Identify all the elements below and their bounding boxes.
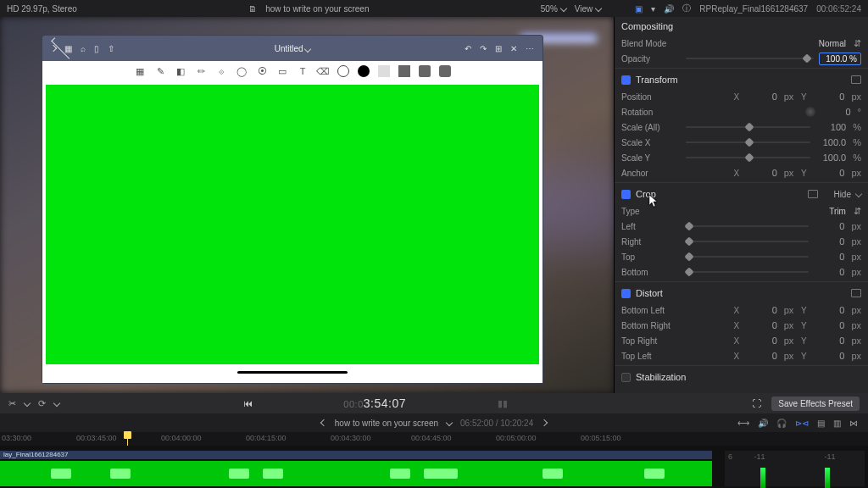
scale-x-row[interactable]: Scale X100.0% — [621, 135, 861, 150]
timeline-tracks[interactable]: lay_Final1661284637 -11-11 6 — [0, 446, 868, 488]
tool-pen-icon[interactable]: ✎ — [154, 65, 166, 77]
crop-right-row[interactable]: Right0px — [621, 234, 861, 249]
distort-header[interactable]: Distort — [621, 284, 861, 302]
view-dropdown[interactable]: View — [575, 4, 602, 14]
opacity-field[interactable]: 100.0 % — [819, 53, 861, 65]
redo-icon[interactable]: ↷ — [480, 44, 487, 53]
crop-top-row[interactable]: Top0px — [621, 249, 861, 264]
clip-name: RPReplay_Final1661284637 — [699, 4, 808, 14]
ruler-tick: 00:05:15:00 — [581, 434, 621, 442]
search-icon[interactable]: ⌕ — [81, 44, 86, 53]
hide-button[interactable]: Hide — [833, 190, 851, 199]
crop-left-row[interactable]: Left0px — [621, 219, 861, 234]
tool-grid-icon[interactable]: ▦ — [134, 65, 146, 77]
stroke-thin-icon[interactable] — [398, 65, 410, 77]
ruler-tick: 00:05:00:00 — [496, 434, 537, 442]
notes-app-window: ▦ ⌕ ▯ ⇧ Untitled ↶ ↷ ⊞ ✕ ⋯ ▦ ✎ ◧ ✏ — [42, 36, 542, 383]
share-icon[interactable]: ⇧ — [108, 44, 114, 53]
doc-icon: 🗎 — [248, 4, 257, 14]
solo-icon[interactable]: 🎧 — [776, 419, 787, 428]
crop-header[interactable]: Crop Hide — [621, 185, 861, 203]
stabilization-header[interactable]: Stabilization — [621, 368, 861, 386]
scale-y-row[interactable]: Scale Y100.0% — [621, 150, 861, 165]
inspector-tab-color[interactable]: ▾ — [651, 4, 655, 14]
timeline-next-icon[interactable] — [541, 419, 548, 426]
stroke-med-icon[interactable] — [419, 65, 431, 77]
effects-icon[interactable]: ▥ — [833, 419, 841, 428]
close-icon[interactable]: ✕ — [510, 44, 517, 53]
inspector-tab-info[interactable]: ⓘ — [682, 3, 691, 14]
tools-icon[interactable]: ✂︎ — [8, 398, 16, 409]
timeline-duration: 06:52:00 / 10:20:24 — [460, 419, 533, 428]
tool-lasso-icon[interactable]: ◯ — [236, 65, 248, 77]
tool-pencil-icon[interactable]: ✏ — [195, 65, 207, 77]
rotation-row[interactable]: Rotation0° — [621, 104, 861, 119]
notes-footer — [42, 368, 542, 383]
primary-storyline-clip[interactable] — [0, 461, 712, 486]
menu-icon[interactable]: ⋯ — [526, 44, 534, 53]
distort-reset-icon[interactable] — [851, 289, 861, 297]
inspector-panel: Compositing Blend Mode Normal ⇵ Opacity … — [614, 17, 868, 393]
tool-select-icon[interactable]: ⦿ — [256, 65, 268, 77]
retime-icon[interactable]: ⟳ — [38, 398, 46, 409]
ruler-tick: 00:03:45:00 — [76, 434, 117, 442]
project-title: how to write on your screen — [265, 4, 369, 14]
crop-bottom-row[interactable]: Bottom0px — [621, 264, 861, 280]
position-row[interactable]: PositionX0pxY0px — [621, 89, 861, 104]
tool-shape-icon[interactable]: ⟐ — [215, 65, 227, 77]
distort-tr-row[interactable]: Top RightX0pxY0px — [621, 333, 861, 348]
ruler-tick: 00:04:45:00 — [411, 434, 452, 442]
crop-type-row[interactable]: TypeTrim ⇵ — [621, 203, 861, 219]
tool-link-icon[interactable]: ⌫ — [317, 65, 329, 77]
transitions-icon[interactable]: ⋈ — [849, 419, 858, 428]
timeline-title[interactable]: how to write on your screen — [335, 419, 438, 428]
toolbar-divider — [378, 65, 390, 77]
format-label: HD 29.97p, Stereo — [7, 4, 77, 14]
notes-toolbar: ▦ ✎ ◧ ✏ ⟐ ◯ ⦿ ▭ T ⌫ — [42, 61, 542, 81]
rotation-dial-icon[interactable] — [805, 107, 815, 117]
notes-app-titlebar: ▦ ⌕ ▯ ⇧ Untitled ↶ ↷ ⊞ ✕ ⋯ — [42, 36, 542, 61]
color-black-icon[interactable] — [358, 65, 370, 77]
reset-icon[interactable] — [851, 75, 861, 84]
timeline-header: how to write on your screen 06:52:00 / 1… — [0, 413, 868, 432]
audio-meters: -11-11 6 — [725, 451, 865, 486]
viewer-timecode: 00:03:54:07 — [263, 396, 487, 410]
tool-text-icon[interactable]: T — [297, 65, 309, 77]
top-info-bar: HD 29.97p, Stereo 🗎 how to write on your… — [0, 0, 868, 17]
prev-frame-icon[interactable]: ⏮ — [243, 398, 253, 408]
play-icon[interactable]: ▮▮ — [498, 398, 508, 409]
index-icon[interactable]: ▤ — [817, 419, 825, 428]
audio-skim-icon[interactable]: 🔊 — [758, 419, 768, 428]
ruler-tick: 03:30:00 — [2, 434, 31, 442]
distort-bl-row[interactable]: Bottom LeftX0pxY0px — [621, 302, 861, 318]
zoom-dropdown[interactable]: 50% — [541, 4, 566, 14]
color-outline-icon[interactable] — [337, 65, 349, 77]
connected-clip[interactable]: lay_Final1661284637 — [0, 451, 712, 459]
timeline-prev-icon[interactable] — [320, 419, 327, 426]
ruler-tick: 00:04:00:00 — [161, 434, 202, 442]
save-effects-preset-button[interactable]: Save Effects Preset — [771, 396, 860, 411]
bookmark-icon[interactable]: ▯ — [94, 44, 99, 53]
distort-br-row[interactable]: Bottom RightX0pxY0px — [621, 318, 861, 333]
inspector-tab-audio[interactable]: 🔊 — [664, 4, 674, 14]
stroke-thick-icon[interactable] — [439, 65, 451, 77]
blend-mode-row[interactable]: Blend Mode Normal ⇵ — [621, 36, 861, 51]
tool-image-icon[interactable]: ▭ — [276, 65, 288, 77]
new-icon[interactable]: ⊞ — [495, 44, 502, 53]
distort-tl-row[interactable]: Top LeftX0pxY0px — [621, 348, 861, 363]
scale-all-row[interactable]: Scale (All)100% — [621, 119, 861, 135]
transform-header[interactable]: Transform — [621, 70, 861, 89]
audio-meter-right — [825, 468, 830, 488]
opacity-row[interactable]: Opacity 100.0 % — [621, 51, 861, 66]
snapping-icon[interactable]: ⊳⊲ — [795, 419, 809, 428]
ruler-tick: 00:04:30:00 — [331, 434, 371, 442]
fullscreen-icon[interactable]: ⛶ — [752, 398, 761, 408]
audio-meter-left — [760, 468, 765, 488]
inspector-tab-video[interactable]: ▣ — [635, 4, 643, 14]
anchor-row[interactable]: AnchorX0pxY0px — [621, 165, 861, 180]
skimming-icon[interactable]: ⟷ — [737, 419, 749, 428]
undo-icon[interactable]: ↶ — [465, 44, 471, 53]
crop-reset-icon[interactable] — [808, 190, 818, 198]
tool-eraser-icon[interactable]: ◧ — [175, 65, 186, 77]
timeline-ruler[interactable]: 03:30:0000:03:45:0000:04:00:0000:04:15:0… — [0, 432, 868, 446]
